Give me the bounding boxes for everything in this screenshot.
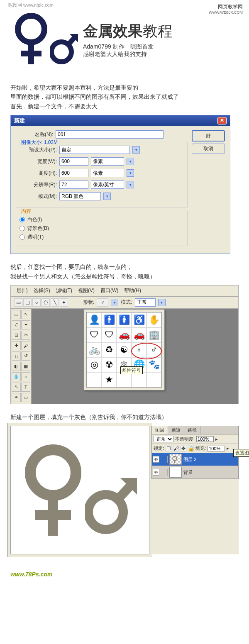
lock-position-icon[interactable]: ✥	[181, 446, 186, 451]
shape-bike-icon[interactable]: 🚲	[87, 342, 102, 357]
shape-yinyang-icon[interactable]: ☯	[117, 342, 132, 357]
menu-view[interactable]: 视图(V)	[76, 286, 97, 295]
shape-car2-icon[interactable]: 🚗	[132, 327, 146, 342]
shape-hand-icon[interactable]: ✋	[146, 312, 161, 327]
link-column[interactable]	[161, 469, 168, 476]
shape-empty3[interactable]	[132, 372, 146, 387]
radio-transparent[interactable]: 透明(T)	[20, 234, 184, 241]
chevron-down-icon[interactable]: ▾	[103, 193, 111, 200]
shape-car1-icon[interactable]: 🚗	[117, 327, 132, 342]
svg-line-9	[117, 486, 130, 500]
layer-thumbnail[interactable]	[169, 467, 182, 478]
stamp-tool-icon[interactable]: ⎍	[12, 351, 21, 361]
tab-paths[interactable]: 路径	[184, 426, 200, 434]
radio-white-input[interactable]	[20, 217, 25, 222]
chevron-down-icon[interactable]: ▾	[127, 169, 134, 177]
shape-empty-icon[interactable]	[87, 372, 102, 387]
brush-tool-icon[interactable]: 🖌	[21, 341, 30, 350]
pen-tool-icon[interactable]: ✒	[12, 393, 21, 402]
fill-arrow-icon[interactable]: ▸	[227, 446, 229, 451]
shape-tool-icon[interactable]: ▭	[21, 393, 30, 402]
layer-row-2[interactable]: 👁 图层 2	[152, 453, 238, 466]
shape-shield1-icon[interactable]: 🛡	[87, 327, 102, 342]
lock-all-icon[interactable]: 🔒	[188, 446, 194, 451]
roundrect-tool-icon[interactable]: ▢	[23, 298, 32, 307]
shape-female-icon[interactable]: ♀	[132, 342, 146, 357]
ellipse-tool-icon[interactable]: ○	[32, 298, 41, 307]
opacity-arrow-icon[interactable]: ▸	[215, 437, 218, 442]
wand-tool-icon[interactable]: ✦	[21, 320, 30, 329]
resolution-input[interactable]	[59, 181, 88, 189]
height-input[interactable]	[59, 169, 88, 177]
shape-paw-icon[interactable]: 🐾	[146, 357, 161, 372]
menu-select[interactable]: 选择(S)	[31, 286, 53, 295]
shape-empty4[interactable]	[146, 372, 161, 387]
menu-layer[interactable]: 层(L)	[14, 286, 30, 295]
eraser-tool-icon[interactable]: ◧	[12, 362, 21, 371]
radio-bg-input[interactable]	[20, 226, 25, 231]
shape-nuclear-icon[interactable]: ☢	[102, 357, 117, 372]
blur-tool-icon[interactable]: 💧	[12, 372, 21, 381]
menu-window[interactable]: 窗口(W)	[98, 286, 121, 295]
current-shape-preview[interactable]: ♂	[97, 298, 108, 307]
chevron-down-icon[interactable]: ▾	[158, 299, 166, 306]
shape-dropdown-icon[interactable]: ▾	[111, 299, 118, 306]
visibility-icon[interactable]: 👁	[153, 469, 159, 476]
width-unit-select[interactable]	[91, 157, 124, 166]
slice-tool-icon[interactable]: ✂	[21, 331, 30, 340]
tab-layers[interactable]: 图层	[152, 426, 168, 434]
shape-star-icon[interactable]: ★	[102, 372, 117, 387]
height-unit-select[interactable]	[91, 169, 124, 177]
marquee-tool-icon[interactable]: ▭	[12, 310, 21, 319]
line-tool-icon[interactable]: ╲	[51, 298, 59, 307]
rect-tool-icon[interactable]: ▭	[14, 298, 22, 307]
name-input[interactable]	[56, 130, 164, 139]
custom-shape-tool-icon[interactable]: ✦	[60, 298, 68, 307]
radio-white[interactable]: 白色(I)	[20, 216, 184, 223]
blend-mode-select[interactable]	[135, 298, 156, 307]
cancel-button[interactable]: 取消	[192, 144, 225, 154]
opacity-input[interactable]	[196, 436, 214, 442]
lock-transparency-icon[interactable]: ☐	[166, 446, 171, 451]
dodge-tool-icon[interactable]: ○	[21, 372, 30, 381]
shape-empty2[interactable]	[117, 372, 132, 387]
fill-input[interactable]	[208, 446, 225, 451]
radio-transparent-input[interactable]	[20, 234, 25, 240]
lock-pixels-icon[interactable]: 🖌	[173, 446, 179, 451]
preset-select[interactable]	[59, 146, 130, 154]
heal-tool-icon[interactable]: ✚	[12, 341, 21, 350]
shape-target-icon[interactable]: ◎	[87, 357, 102, 372]
shape-man-icon[interactable]: 🚹	[102, 312, 117, 327]
link-column[interactable]	[161, 456, 168, 463]
shape-woman-icon[interactable]: 🚺	[117, 312, 132, 327]
tab-channels[interactable]: 通道	[168, 426, 184, 434]
move-tool-icon[interactable]: ↖	[21, 310, 30, 319]
ok-button[interactable]: 好	[192, 130, 225, 141]
gradient-tool-icon[interactable]: ▦	[21, 362, 30, 371]
resolution-unit-select[interactable]	[91, 181, 124, 189]
shape-recycle-icon[interactable]: ♻	[102, 342, 117, 357]
width-input[interactable]	[59, 157, 88, 166]
lasso-tool-icon[interactable]: 𝓛	[12, 320, 21, 329]
path-tool-icon[interactable]: ↖	[12, 383, 21, 392]
crop-tool-icon[interactable]: ⊡	[12, 331, 21, 340]
history-brush-icon[interactable]: ↺	[21, 351, 30, 361]
chevron-down-icon[interactable]: ▾	[127, 158, 134, 165]
layer-row-bg[interactable]: 👁 背景	[152, 466, 238, 479]
menu-help[interactable]: 帮助(H)	[122, 286, 144, 295]
shape-shield2-icon[interactable]: 🛡	[102, 327, 117, 342]
visibility-icon[interactable]: 👁	[153, 456, 159, 463]
type-tool-icon[interactable]: T	[21, 383, 30, 392]
layer-thumbnail[interactable]	[169, 454, 182, 465]
menu-filter[interactable]: 滤镜(T)	[54, 286, 75, 295]
chevron-down-icon[interactable]: ▾	[127, 181, 134, 188]
blend-mode-select[interactable]: 正常	[154, 436, 173, 442]
radio-bg[interactable]: 背景色(B)	[20, 225, 184, 232]
chevron-down-icon[interactable]: ▾	[132, 146, 140, 154]
shape-building-icon[interactable]: 🏢	[146, 327, 161, 342]
polygon-tool-icon[interactable]: ⬠	[42, 298, 50, 307]
close-button[interactable]: ✕	[217, 117, 227, 124]
mode-select[interactable]	[59, 192, 101, 200]
shape-wheelchair-icon[interactable]: ♿	[132, 312, 146, 327]
shape-person-icon[interactable]: 👤	[87, 312, 102, 327]
